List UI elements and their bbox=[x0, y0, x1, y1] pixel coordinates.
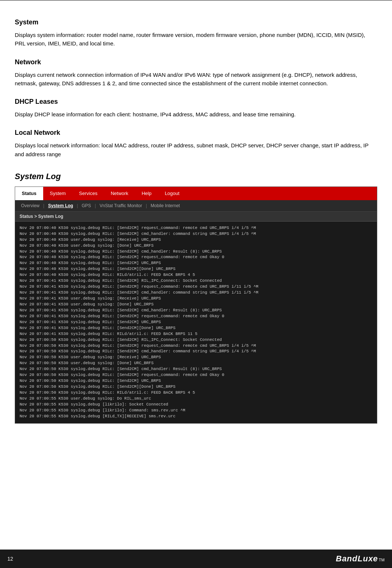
section-text-system: Displays system information: router mode… bbox=[15, 31, 377, 48]
log-line: Nov 20 07:00:55 K530 syslog.debug [likri… bbox=[20, 402, 372, 408]
sub-nav-item-gps[interactable]: GPS bbox=[80, 202, 92, 209]
log-line: Nov 20 07:00:41 K530 syslog.debug RILc: … bbox=[20, 319, 372, 325]
brand-tm: TM bbox=[379, 558, 385, 562]
nav-item-network[interactable]: Network bbox=[104, 187, 135, 200]
log-line: Nov 20 07:00:50 K530 syslog.debug RILc: … bbox=[20, 390, 372, 396]
log-line: Nov 20 07:00:41 K530 syslog.debug RILc: … bbox=[20, 284, 372, 290]
sub-nav-item-overview[interactable]: Overview bbox=[20, 202, 41, 209]
brand-name: BandLuxe bbox=[336, 554, 378, 564]
log-line: Nov 20 07:00:41 K530 syslog.debug RILc: … bbox=[20, 290, 372, 296]
nav-item-logout[interactable]: Logout bbox=[158, 187, 186, 200]
section-title-local-network: Local Network bbox=[15, 129, 377, 137]
system-log-heading: System Log bbox=[15, 172, 377, 181]
router-ui: StatusSystemServicesNetworkHelpLogout Ov… bbox=[15, 187, 377, 424]
log-line: Nov 20 07:00:50 K530 syslog.debug RILc: … bbox=[20, 343, 372, 349]
log-line: Nov 20 07:00:40 K530 syslog.debug RILc: … bbox=[20, 249, 372, 255]
section-text-dhcp: Display DHCP lease information for each … bbox=[15, 110, 377, 119]
log-line: Nov 20 07:00:50 K530 syslog.debug RILc: … bbox=[20, 372, 372, 378]
log-line: Nov 20 07:00:40 K530 syslog.debug RILc: … bbox=[20, 260, 372, 266]
sub-nav-separator: | bbox=[77, 203, 78, 208]
nav-item-services[interactable]: Services bbox=[72, 187, 104, 200]
log-line: Nov 20 07:00:40 K530 syslog.debug RILc: … bbox=[20, 225, 372, 231]
log-line: Nov 20 07:00:50 K530 syslog.debug RILc: … bbox=[20, 384, 372, 390]
sub-nav-separator: | bbox=[95, 203, 96, 208]
page-footer: 12 BandLuxe TM bbox=[0, 550, 392, 568]
nav-item-help[interactable]: Help bbox=[135, 187, 158, 200]
section-title-dhcp: DHCP Leases bbox=[15, 98, 377, 106]
nav-item-status[interactable]: Status bbox=[15, 187, 43, 200]
log-line: Nov 20 07:00:50 K530 syslog.debug RILc: … bbox=[20, 349, 372, 355]
log-line: Nov 20 07:00:41 K530 syslog.debug RILc: … bbox=[20, 278, 372, 284]
section-title-system: System bbox=[15, 18, 377, 26]
section-text-network: Displays current network connection info… bbox=[15, 71, 377, 88]
log-line: Nov 20 07:00:50 K530 user.debug syslog: … bbox=[20, 360, 372, 366]
page-number: 12 bbox=[7, 556, 13, 562]
log-line: Nov 20 07:00:40 K530 user.debug syslog: … bbox=[20, 237, 372, 243]
nav-bar: StatusSystemServicesNetworkHelpLogout bbox=[15, 187, 377, 200]
log-line: Nov 20 07:00:40 K530 user.debug syslog: … bbox=[20, 243, 372, 249]
log-area: Nov 20 07:00:40 K530 syslog.debug RILc: … bbox=[15, 222, 377, 423]
section-title-network: Network bbox=[15, 58, 377, 66]
log-line: Nov 20 07:00:50 K530 syslog.debug RILc: … bbox=[20, 366, 372, 372]
log-line: Nov 20 07:00:41 K530 user.debug syslog: … bbox=[20, 296, 372, 302]
log-line: Nov 20 07:00:55 K530 syslog.debug [RILd_… bbox=[20, 414, 372, 420]
sub-nav-item-mobile-internet[interactable]: Mobile Internet bbox=[149, 202, 181, 209]
sections-container: SystemDisplays system information: route… bbox=[15, 18, 377, 158]
log-line: Nov 20 07:00:50 K530 user.debug syslog: … bbox=[20, 355, 372, 360]
log-line: Nov 20 07:00:50 K530 syslog.debug RILc: … bbox=[20, 378, 372, 384]
nav-item-system[interactable]: System bbox=[43, 187, 72, 200]
log-line: Nov 20 07:00:41 K530 syslog.debug RILc: … bbox=[20, 314, 372, 319]
log-line: Nov 20 07:00:40 K530 syslog.debug RILc: … bbox=[20, 231, 372, 237]
log-line: Nov 20 07:00:41 K530 syslog.debug RILc: … bbox=[20, 308, 372, 314]
page-content: SystemDisplays system information: route… bbox=[0, 1, 392, 453]
sub-nav-separator: | bbox=[146, 203, 147, 208]
log-line: Nov 20 07:00:40 K530 syslog.debug RILc: … bbox=[20, 272, 372, 278]
sub-nav-item-system-log[interactable]: System Log bbox=[47, 202, 75, 209]
log-line: Nov 20 07:00:50 K530 syslog.debug RILc: … bbox=[20, 337, 372, 343]
log-line: Nov 20 07:00:40 K530 syslog.debug RILc: … bbox=[20, 266, 372, 272]
log-line: Nov 20 07:00:41 K530 syslog.debug RILc: … bbox=[20, 331, 372, 337]
log-line: Nov 20 07:00:41 K530 user.debug syslog: … bbox=[20, 302, 372, 308]
sub-nav-item-vnstat-traffic-monitor[interactable]: VnStat Traffic Monitor bbox=[98, 202, 144, 209]
section-text-local-network: Displays local network information: loca… bbox=[15, 141, 377, 158]
sub-nav: Overview|System Log|GPS|VnStat Traffic M… bbox=[15, 200, 377, 212]
log-line: Nov 20 07:00:40 K530 syslog.debug RILc: … bbox=[20, 254, 372, 260]
brand-logo: BandLuxe TM bbox=[336, 554, 385, 564]
log-line: Nov 20 07:00:41 K530 syslog.debug RILc: … bbox=[20, 325, 372, 331]
log-line: Nov 20 07:00:55 K530 user.debug syslog: … bbox=[20, 396, 372, 402]
breadcrumb: Status > System Log bbox=[15, 212, 377, 222]
sub-nav-separator: | bbox=[43, 203, 44, 208]
log-line: Nov 20 07:00:55 K530 syslog.debug [likri… bbox=[20, 408, 372, 414]
